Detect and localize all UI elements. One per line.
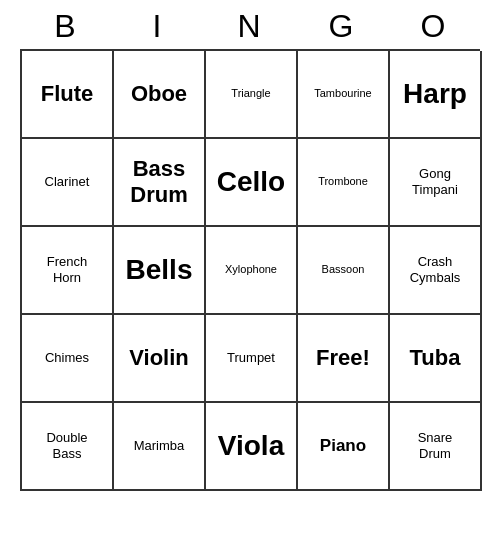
cell-label: SnareDrum <box>418 430 453 461</box>
header-letter: O <box>390 8 478 45</box>
cell-label: Flute <box>41 81 94 107</box>
cell-2-2: Xylophone <box>206 227 298 315</box>
cell-label: Oboe <box>131 81 187 107</box>
cell-label: CrashCymbals <box>410 254 461 285</box>
cell-3-4: Tuba <box>390 315 482 403</box>
cell-0-4: Harp <box>390 51 482 139</box>
cell-label: Tuba <box>410 345 461 371</box>
cell-0-3: Tambourine <box>298 51 390 139</box>
cell-1-1: BassDrum <box>114 139 206 227</box>
cell-label: DoubleBass <box>46 430 87 461</box>
cell-label: GongTimpani <box>412 166 458 197</box>
cell-label: Trombone <box>318 175 368 188</box>
cell-label: Violin <box>129 345 189 371</box>
cell-1-2: Cello <box>206 139 298 227</box>
cell-1-3: Trombone <box>298 139 390 227</box>
cell-3-1: Violin <box>114 315 206 403</box>
cell-label: Triangle <box>231 87 270 100</box>
cell-0-2: Triangle <box>206 51 298 139</box>
cell-2-3: Bassoon <box>298 227 390 315</box>
header-letter: B <box>22 8 110 45</box>
cell-2-0: FrenchHorn <box>22 227 114 315</box>
cell-1-0: Clarinet <box>22 139 114 227</box>
cell-label: Bassoon <box>322 263 365 276</box>
cell-2-1: Bells <box>114 227 206 315</box>
cell-label: Chimes <box>45 350 89 366</box>
cell-label: FrenchHorn <box>47 254 87 285</box>
cell-label: Cello <box>217 165 285 199</box>
header-letter: G <box>298 8 386 45</box>
cell-4-0: DoubleBass <box>22 403 114 491</box>
cell-3-0: Chimes <box>22 315 114 403</box>
cell-4-4: SnareDrum <box>390 403 482 491</box>
cell-2-4: CrashCymbals <box>390 227 482 315</box>
cell-label: Xylophone <box>225 263 277 276</box>
cell-label: Viola <box>218 429 284 463</box>
cell-label: Bells <box>126 253 193 287</box>
cell-3-2: Trumpet <box>206 315 298 403</box>
header-letter: I <box>114 8 202 45</box>
bingo-grid: FluteOboeTriangleTambourineHarpClarinetB… <box>20 49 480 491</box>
cell-4-3: Piano <box>298 403 390 491</box>
cell-label: Clarinet <box>45 174 90 190</box>
cell-0-1: Oboe <box>114 51 206 139</box>
cell-label: Marimba <box>134 438 185 454</box>
cell-1-4: GongTimpani <box>390 139 482 227</box>
cell-3-3: Free! <box>298 315 390 403</box>
cell-label: BassDrum <box>130 156 187 209</box>
cell-label: Trumpet <box>227 350 275 366</box>
cell-label: Free! <box>316 345 370 371</box>
cell-4-1: Marimba <box>114 403 206 491</box>
bingo-header: BINGO <box>20 0 480 49</box>
cell-label: Piano <box>320 436 366 456</box>
cell-0-0: Flute <box>22 51 114 139</box>
cell-label: Harp <box>403 77 467 111</box>
header-letter: N <box>206 8 294 45</box>
cell-4-2: Viola <box>206 403 298 491</box>
cell-label: Tambourine <box>314 87 371 100</box>
